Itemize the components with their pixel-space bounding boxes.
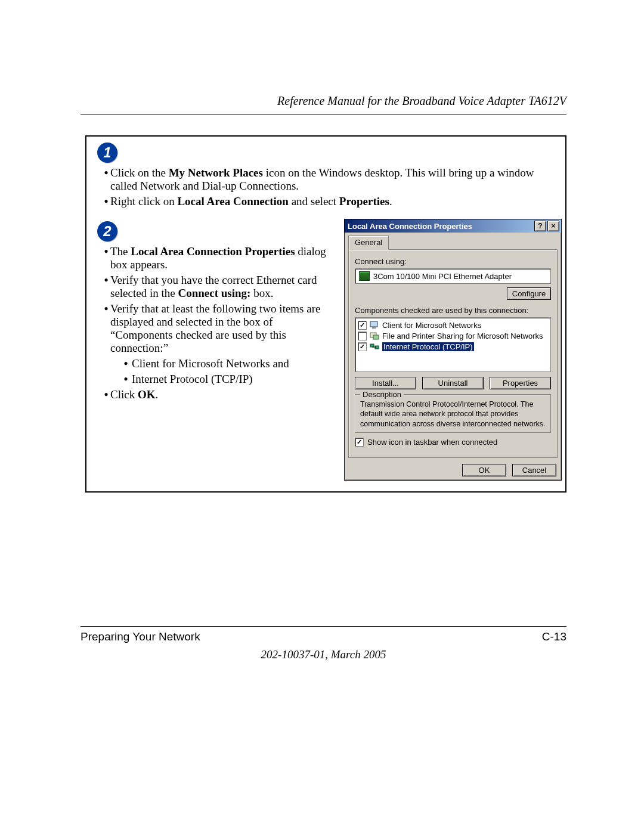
help-button[interactable]: ? [534, 221, 546, 231]
install-button[interactable]: Install... [355, 377, 416, 389]
page-footer: Preparing Your Network C-13 202-10037-01… [80, 626, 566, 661]
step2-bullet-2: Verify that you have the correct Etherne… [102, 274, 337, 300]
cancel-button[interactable]: Cancel [512, 464, 556, 476]
list-item[interactable]: ✓ Internet Protocol (TCP/IP) [358, 341, 548, 352]
step-2-section: 2 The Local Area Connection Properties d… [86, 215, 565, 491]
list-item-label: File and Printer Sharing for Microsoft N… [382, 332, 543, 340]
show-icon-label: Show icon in taskbar when connected [367, 438, 497, 447]
close-button[interactable]: × [547, 221, 559, 231]
step2-bullet-3: Verify that at least the following two i… [102, 302, 337, 355]
instruction-panel: 1 Click on the My Network Places icon on… [85, 135, 566, 493]
dialog-titlebar[interactable]: Local Area Connection Properties ? × [345, 219, 561, 233]
page-header-title: Reference Manual for the Broadband Voice… [80, 94, 566, 108]
bold-text: Connect using: [178, 287, 250, 299]
svg-rect-0 [370, 321, 377, 327]
text: box. [250, 287, 273, 299]
nic-icon [359, 271, 370, 281]
footer-doc-id: 202-10037-01, March 2005 [80, 648, 566, 661]
footer-section-title: Preparing Your Network [80, 630, 200, 643]
connect-using-label: Connect using: [355, 257, 551, 266]
checkbox-icon[interactable]: ✓ [358, 321, 367, 330]
checkbox-icon[interactable]: ✓ [355, 438, 364, 447]
client-icon [370, 320, 379, 330]
text: Right click on [110, 195, 177, 208]
step2-bullet-4: Click OK. [102, 388, 337, 401]
ok-button[interactable]: OK [462, 464, 506, 476]
checkbox-icon[interactable] [358, 332, 367, 340]
bold-text: Local Area Connection Properties [131, 245, 295, 258]
bullet-dot-icon [102, 195, 110, 208]
tab-general-page: Connect using: 3Com 10/100 Mini PCI Ethe… [348, 249, 558, 458]
checkbox-icon[interactable]: ✓ [358, 342, 367, 351]
protocol-icon [370, 342, 379, 351]
components-label: Components checked are used by this conn… [355, 306, 551, 315]
text: Verify that at least the following two i… [110, 302, 337, 355]
list-item-label: Client for Microsoft Networks [382, 321, 481, 330]
step2-sub-bullet-1: Client for Microsoft Networks and [120, 357, 337, 370]
text: . [155, 388, 158, 401]
svg-rect-4 [370, 344, 374, 347]
bullet-dot-icon [102, 245, 110, 271]
lan-properties-dialog: Local Area Connection Properties ? × Gen… [344, 219, 562, 481]
bullet-dot-icon [102, 166, 110, 193]
text: Click on the [110, 166, 169, 179]
text: The [110, 245, 131, 258]
text: Click [110, 388, 138, 401]
adapter-field[interactable]: 3Com 10/100 Mini PCI Ethernet Adapter [355, 268, 551, 284]
description-text: Transmission Control Protocol/Internet P… [360, 400, 546, 429]
list-item-label: Internet Protocol (TCP/IP) [382, 342, 474, 351]
step1-bullet-1: Click on the My Network Places icon on t… [102, 166, 562, 193]
step-1-badge: 1 [97, 143, 117, 163]
properties-button[interactable]: Properties [490, 377, 551, 389]
bold-text: My Network Places [169, 166, 263, 179]
step1-bullet-2: Right click on Local Area Connection and… [102, 195, 562, 208]
text: and select [289, 195, 339, 208]
step-2-badge: 2 [97, 221, 117, 241]
step2-sub-bullet-2: Internet Protocol (TCP/IP) [120, 373, 337, 386]
bold-text: Properties [339, 195, 389, 208]
bullet-dot-icon [120, 357, 132, 370]
svg-rect-3 [373, 335, 379, 339]
bullet-dot-icon [102, 302, 110, 355]
footer-rule [80, 626, 566, 627]
bullet-dot-icon [102, 274, 110, 300]
bullet-dot-icon [102, 388, 110, 401]
footer-page-number: C-13 [542, 630, 566, 643]
show-icon-checkbox-row[interactable]: ✓ Show icon in taskbar when connected [355, 438, 551, 447]
list-item[interactable]: File and Printer Sharing for Microsoft N… [358, 330, 548, 341]
description-legend: Description [360, 390, 404, 399]
uninstall-button[interactable]: Uninstall [422, 377, 484, 389]
bullet-dot-icon [120, 373, 132, 386]
header-rule [80, 114, 566, 114]
step-1-section: 1 Click on the My Network Places icon on… [86, 143, 565, 215]
components-listbox[interactable]: ✓ Client for Microsoft Networks [355, 317, 551, 372]
bold-text: OK [138, 388, 156, 401]
adapter-name: 3Com 10/100 Mini PCI Ethernet Adapter [373, 272, 512, 281]
tab-general[interactable]: General [348, 236, 389, 250]
svg-rect-1 [372, 327, 376, 329]
list-item[interactable]: ✓ Client for Microsoft Networks [358, 320, 548, 330]
description-group: Description Transmission Control Protoco… [355, 394, 551, 433]
text: . [389, 195, 392, 208]
bold-text: Local Area Connection [177, 195, 288, 208]
share-icon [370, 331, 379, 340]
text: Client for Microsoft Networks and [132, 357, 337, 370]
dialog-title: Local Area Connection Properties [346, 222, 472, 231]
configure-button[interactable]: Configure [507, 287, 551, 300]
step2-bullet-1: The Local Area Connection Properties dia… [102, 245, 337, 271]
text: Internet Protocol (TCP/IP) [132, 373, 337, 386]
